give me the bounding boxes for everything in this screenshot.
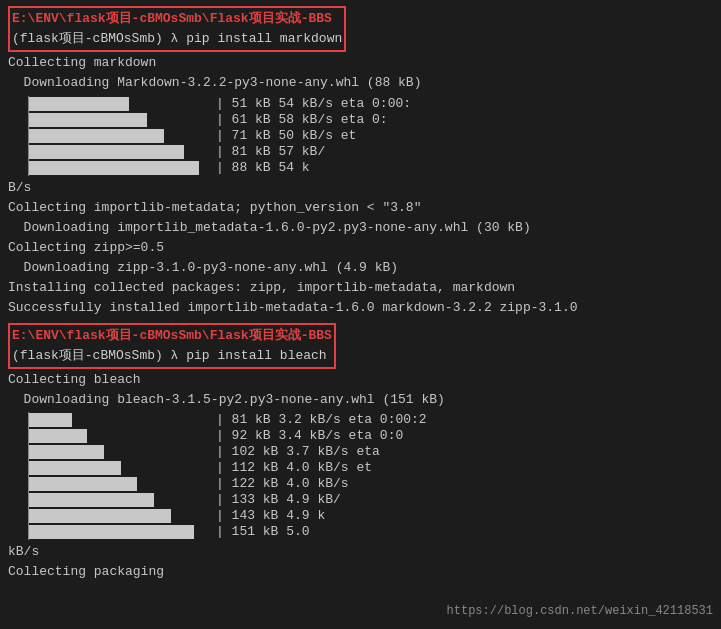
stat-2-2: | 92 kB 3.4 kB/s eta 0:0 [216, 428, 427, 444]
bar-1-1 [29, 96, 208, 112]
stat-2-8: | 151 kB 5.0 [216, 524, 427, 540]
stat-1-5: | 88 kB 54 k [216, 160, 411, 176]
after-1-2: Collecting zipp>=0.5 [8, 238, 713, 258]
stat-1-2: | 61 kB 58 kB/s eta 0: [216, 112, 411, 128]
stat-2-7: | 143 kB 4.9 k [216, 508, 427, 524]
bar-2-7 [29, 508, 208, 524]
stats-col-2: | 81 kB 3.2 kB/s eta 0:00:2 | 92 kB 3.4 … [208, 412, 427, 540]
prompt-text-1: (flask项目-cBMOsSmb) λ pip install markdow… [12, 31, 342, 46]
stat-2-1: | 81 kB 3.2 kB/s eta 0:00:2 [216, 412, 427, 428]
command-block-2: E:\ENV\flask项目-cBMOsSmb\Flask项目实战-BBS (f… [8, 323, 713, 583]
after-1-5: Successfully installed importlib-metadat… [8, 298, 713, 318]
stat-1-1: | 51 kB 54 kB/s eta 0:00: [216, 96, 411, 112]
after-1-0: Collecting importlib-metadata; python_ve… [8, 198, 713, 218]
bar-2-2 [29, 428, 208, 444]
bars-col-2 [28, 412, 208, 540]
bar-2-1 [29, 412, 208, 428]
path-line-1: E:\ENV\flask项目-cBMOsSmb\Flask项目实战-BBS [12, 9, 342, 29]
after-2-0: Collecting packaging [8, 562, 713, 582]
watermark: https://blog.csdn.net/weixin_42118531 [447, 602, 713, 621]
suffix-1: B/s [8, 178, 713, 198]
output-downloading-1: Downloading Markdown-3.2.2-py3-none-any.… [8, 73, 713, 93]
stat-1-4: | 81 kB 57 kB/ [216, 144, 411, 160]
bar-1-4 [29, 144, 208, 160]
terminal-content: E:\ENV\flask项目-cBMOsSmb\Flask项目实战-BBS (f… [0, 0, 721, 588]
stat-2-5: | 122 kB 4.0 kB/s [216, 476, 427, 492]
prompt-text-2: (flask项目-cBMOsSmb) λ pip install bleach [12, 348, 327, 363]
bar-2-5 [29, 476, 208, 492]
progress-section-1: | 51 kB 54 kB/s eta 0:00: | 61 kB 58 kB/… [28, 96, 713, 176]
bar-2-6 [29, 492, 208, 508]
command-block-1: E:\ENV\flask项目-cBMOsSmb\Flask项目实战-BBS (f… [8, 6, 713, 319]
progress-section-2: | 81 kB 3.2 kB/s eta 0:00:2 | 92 kB 3.4 … [28, 412, 713, 540]
suffix-2: kB/s [8, 542, 713, 562]
output-collecting-1: Collecting markdown [8, 53, 713, 73]
after-1-4: Installing collected packages: zipp, imp… [8, 278, 713, 298]
after-1-3: Downloading zipp-3.1.0-py3-none-any.whl … [8, 258, 713, 278]
stat-2-4: | 112 kB 4.0 kB/s et [216, 460, 427, 476]
prompt-box-2: E:\ENV\flask项目-cBMOsSmb\Flask项目实战-BBS (f… [8, 323, 336, 369]
prompt-box-1: E:\ENV\flask项目-cBMOsSmb\Flask项目实战-BBS (f… [8, 6, 346, 52]
bar-2-4 [29, 460, 208, 476]
terminal-window: E:\ENV\flask项目-cBMOsSmb\Flask项目实战-BBS (f… [0, 0, 721, 629]
after-1-1: Downloading importlib_metadata-1.6.0-py2… [8, 218, 713, 238]
bar-1-2 [29, 112, 208, 128]
bars-col-1 [28, 96, 208, 176]
prompt-line-1: (flask项目-cBMOsSmb) λ pip install markdow… [12, 29, 342, 49]
stat-2-6: | 133 kB 4.9 kB/ [216, 492, 427, 508]
stat-1-3: | 71 kB 50 kB/s et [216, 128, 411, 144]
bar-1-3 [29, 128, 208, 144]
bar-2-8 [29, 524, 208, 540]
output-downloading-2: Downloading bleach-3.1.5-py2.py3-none-an… [8, 390, 713, 410]
bar-1-5 [29, 160, 208, 176]
prompt-line-2: (flask项目-cBMOsSmb) λ pip install bleach [12, 346, 332, 366]
stat-2-3: | 102 kB 3.7 kB/s eta [216, 444, 427, 460]
path-line-2: E:\ENV\flask项目-cBMOsSmb\Flask项目实战-BBS [12, 326, 332, 346]
output-collecting-2: Collecting bleach [8, 370, 713, 390]
bar-2-3 [29, 444, 208, 460]
stats-col-1: | 51 kB 54 kB/s eta 0:00: | 61 kB 58 kB/… [208, 96, 411, 176]
